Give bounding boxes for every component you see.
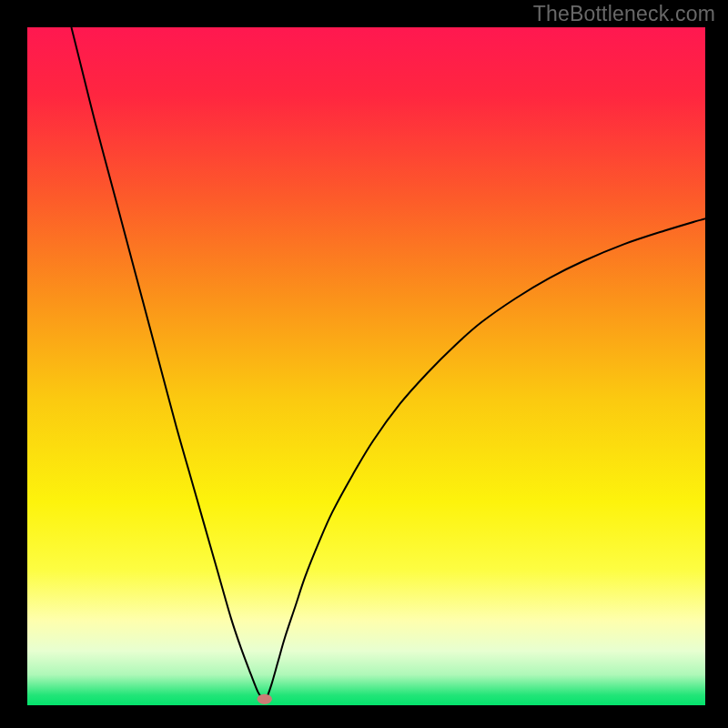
chart-svg	[27, 27, 705, 705]
watermark-text: TheBottleneck.com	[533, 2, 715, 26]
bottleneck-chart	[27, 27, 705, 705]
chart-frame: TheBottleneck.com	[0, 0, 728, 728]
gradient-background	[27, 27, 705, 705]
minimum-marker	[258, 694, 272, 704]
